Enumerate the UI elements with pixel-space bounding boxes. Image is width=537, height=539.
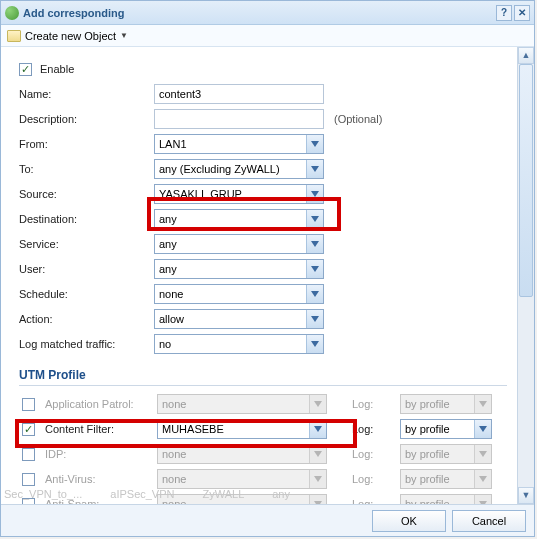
- utm-log-select[interactable]: by profile: [400, 494, 492, 504]
- schedule-label: Schedule:: [19, 288, 154, 300]
- chevron-down-icon: [306, 335, 323, 353]
- chevron-down-icon: [309, 495, 326, 504]
- description-input[interactable]: [154, 109, 324, 129]
- chevron-down-icon: [309, 445, 326, 463]
- row-destination: Destination: any: [19, 207, 507, 231]
- row-to: To: any (Excluding ZyWALL): [19, 157, 507, 181]
- utm-row: Anti-Virus:noneLog:by profile: [19, 467, 507, 491]
- utm-profile-select[interactable]: none: [157, 494, 327, 504]
- utm-rows: Application Patrol:noneLog:by profile✓Co…: [19, 392, 507, 504]
- close-button[interactable]: ✕: [514, 5, 530, 21]
- utm-row: ✓Content Filter:MUHASEBELog:by profile: [19, 417, 507, 441]
- utm-profile-select[interactable]: none: [157, 444, 327, 464]
- toolbar: Create new Object ▼: [1, 25, 534, 47]
- from-label: From:: [19, 138, 154, 150]
- schedule-select[interactable]: none: [154, 284, 324, 304]
- row-source: Source: YASAKLI_GRUP: [19, 182, 507, 206]
- name-input[interactable]: [154, 84, 324, 104]
- row-enable: ✓ Enable: [19, 57, 507, 81]
- chevron-down-icon: [474, 420, 491, 438]
- destination-select[interactable]: any: [154, 209, 324, 229]
- enable-checkbox[interactable]: ✓: [19, 63, 32, 76]
- scroll-down-icon[interactable]: ▼: [518, 487, 534, 504]
- object-icon: [7, 30, 21, 42]
- row-user: User: any: [19, 257, 507, 281]
- utm-checkbox[interactable]: [22, 498, 35, 505]
- dialog-add-corresponding: Add corresponding ? ✕ Create new Object …: [0, 0, 535, 537]
- description-label: Description:: [19, 113, 154, 125]
- action-select[interactable]: allow: [154, 309, 324, 329]
- chevron-down-icon: [309, 470, 326, 488]
- name-label: Name:: [19, 88, 154, 100]
- user-label: User:: [19, 263, 154, 275]
- utm-row: IDP:noneLog:by profile: [19, 442, 507, 466]
- chevron-down-icon: [306, 185, 323, 203]
- log-matched-select[interactable]: no: [154, 334, 324, 354]
- chevron-down-icon: [306, 235, 323, 253]
- titlebar: Add corresponding ? ✕: [1, 1, 534, 25]
- utm-section-title: UTM Profile: [19, 362, 507, 386]
- chevron-down-icon: [306, 210, 323, 228]
- utm-row: Application Patrol:noneLog:by profile: [19, 392, 507, 416]
- scroll-track[interactable]: [518, 64, 534, 487]
- row-name: Name:: [19, 82, 507, 106]
- service-select[interactable]: any: [154, 234, 324, 254]
- utm-log-label: Log:: [352, 398, 400, 410]
- row-log-matched: Log matched traffic: no: [19, 332, 507, 356]
- row-action: Action: allow: [19, 307, 507, 331]
- ok-button[interactable]: OK: [372, 510, 446, 532]
- utm-profile-select[interactable]: none: [157, 394, 327, 414]
- utm-row: Anti-Spam:noneLog:by profile: [19, 492, 507, 504]
- utm-checkbox[interactable]: [22, 473, 35, 486]
- utm-profile-select[interactable]: none: [157, 469, 327, 489]
- chevron-down-icon: [474, 395, 491, 413]
- body-area: ✓ Enable Name: Description: (Optional) F…: [1, 47, 534, 504]
- utm-checkbox[interactable]: [22, 398, 35, 411]
- chevron-down-icon: [306, 135, 323, 153]
- vertical-scrollbar[interactable]: ▲ ▼: [517, 47, 534, 504]
- help-button[interactable]: ?: [496, 5, 512, 21]
- utm-label: Anti-Virus:: [45, 473, 157, 485]
- utm-profile-select[interactable]: MUHASEBE: [157, 419, 327, 439]
- chevron-down-icon: [309, 420, 326, 438]
- utm-log-select[interactable]: by profile: [400, 444, 492, 464]
- utm-label: Application Patrol:: [45, 398, 157, 410]
- utm-log-label: Log:: [352, 423, 400, 435]
- chevron-down-icon: [306, 310, 323, 328]
- chevron-down-icon: [306, 260, 323, 278]
- from-select[interactable]: LAN1: [154, 134, 324, 154]
- utm-log-select[interactable]: by profile: [400, 469, 492, 489]
- to-select[interactable]: any (Excluding ZyWALL): [154, 159, 324, 179]
- to-label: To:: [19, 163, 154, 175]
- create-new-object-menu[interactable]: Create new Object: [25, 30, 116, 42]
- chevron-down-icon: [474, 470, 491, 488]
- utm-checkbox[interactable]: ✓: [22, 423, 35, 436]
- log-matched-label: Log matched traffic:: [19, 338, 154, 350]
- row-schedule: Schedule: none: [19, 282, 507, 306]
- form-area: ✓ Enable Name: Description: (Optional) F…: [1, 47, 517, 504]
- row-description: Description: (Optional): [19, 107, 507, 131]
- row-from: From: LAN1: [19, 132, 507, 156]
- utm-log-select[interactable]: by profile: [400, 419, 492, 439]
- utm-label: Anti-Spam:: [45, 498, 157, 504]
- dialog-buttons: OK Cancel: [1, 504, 534, 536]
- utm-log-label: Log:: [352, 473, 400, 485]
- utm-log-select[interactable]: by profile: [400, 394, 492, 414]
- user-select[interactable]: any: [154, 259, 324, 279]
- utm-log-label: Log:: [352, 498, 400, 504]
- chevron-down-icon: [474, 495, 491, 504]
- destination-label: Destination:: [19, 213, 154, 225]
- dialog-title: Add corresponding: [23, 7, 494, 19]
- chevron-down-icon: [474, 445, 491, 463]
- chevron-down-icon: [309, 395, 326, 413]
- scroll-up-icon[interactable]: ▲: [518, 47, 534, 64]
- chevron-down-icon: [306, 285, 323, 303]
- cancel-button[interactable]: Cancel: [452, 510, 526, 532]
- utm-label: IDP:: [45, 448, 157, 460]
- utm-label: Content Filter:: [45, 423, 157, 435]
- source-select[interactable]: YASAKLI_GRUP: [154, 184, 324, 204]
- utm-checkbox[interactable]: [22, 448, 35, 461]
- chevron-down-icon[interactable]: ▼: [120, 31, 128, 40]
- scroll-thumb[interactable]: [519, 64, 533, 297]
- enable-label: Enable: [40, 63, 74, 75]
